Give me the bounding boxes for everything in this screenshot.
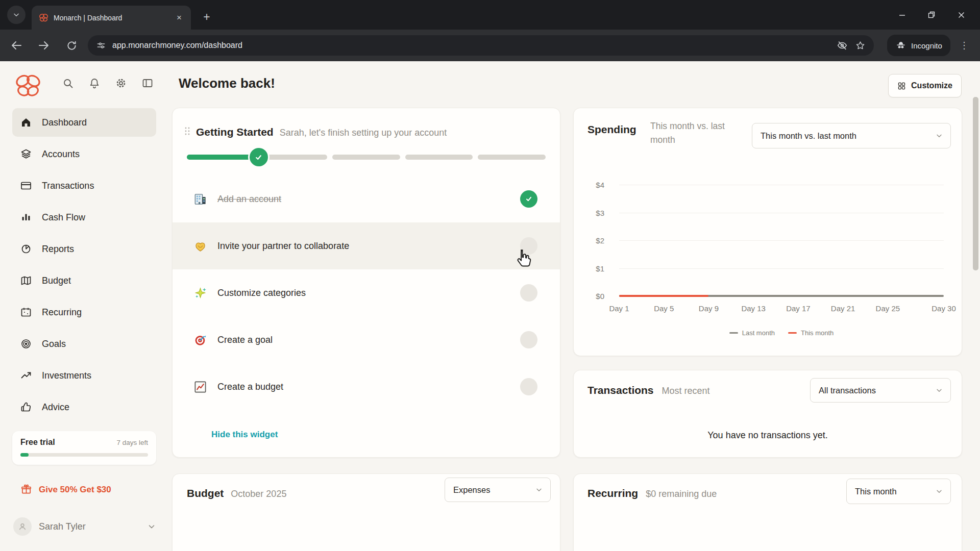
sidebar-item-label: Advice bbox=[42, 402, 69, 413]
chevron-down-icon bbox=[935, 386, 943, 394]
sidebar-item-reports[interactable]: Reports bbox=[12, 235, 156, 263]
sidebar-item-recurring[interactable]: Recurring bbox=[12, 298, 156, 327]
chevron-down-icon bbox=[935, 487, 943, 495]
checklist-status-todo[interactable] bbox=[520, 284, 537, 302]
progress-segment bbox=[478, 155, 546, 160]
widget-title: Transactions bbox=[587, 384, 654, 396]
eye-off-icon bbox=[837, 40, 848, 51]
search-icon bbox=[62, 77, 74, 89]
widget-title: Spending bbox=[587, 123, 636, 136]
x-tick-label: Day 5 bbox=[654, 304, 674, 313]
sidebar-item-budget[interactable]: Budget bbox=[12, 266, 156, 295]
address-bar[interactable]: app.monarchmoney.com/dashboard bbox=[88, 35, 874, 56]
checklist-item-invite-partner[interactable]: Invite your partner to collaborate bbox=[173, 222, 560, 269]
sidebar-item-transactions[interactable]: Transactions bbox=[12, 171, 156, 200]
y-tick-label: $0 bbox=[596, 292, 604, 300]
widget-subtitle: October 2025 bbox=[231, 489, 286, 499]
chevron-down-icon bbox=[535, 486, 543, 494]
transactions-filter-select[interactable]: All transactions bbox=[810, 378, 951, 403]
page-title: Welcome back! bbox=[179, 76, 275, 91]
collapse-sidebar-button[interactable] bbox=[141, 77, 154, 90]
gift-icon bbox=[20, 484, 32, 495]
y-tick-label: $2 bbox=[596, 236, 604, 245]
reload-button[interactable] bbox=[60, 34, 83, 57]
restore-button[interactable] bbox=[917, 0, 946, 30]
checklist-item-add-account[interactable]: Add an account bbox=[173, 176, 560, 222]
search-button[interactable] bbox=[61, 77, 75, 90]
tab-search-button[interactable] bbox=[7, 6, 26, 24]
sidebar-item-label: Cash Flow bbox=[42, 212, 85, 223]
legend-item: This month bbox=[788, 329, 834, 337]
customize-button[interactable]: Customize bbox=[888, 74, 962, 97]
user-name: Sarah Tyler bbox=[39, 521, 147, 532]
forward-button[interactable] bbox=[33, 34, 55, 57]
monarch-logo-icon[interactable] bbox=[14, 73, 42, 99]
sidebar-item-investments[interactable]: Investments bbox=[12, 361, 156, 390]
widget-subtitle: $0 remaining due bbox=[646, 489, 717, 499]
free-trial-progress-fill bbox=[20, 453, 29, 457]
spending-chart bbox=[619, 185, 944, 296]
drag-handle-icon[interactable] bbox=[184, 126, 191, 137]
checklist-status-todo[interactable] bbox=[520, 378, 537, 395]
minimize-button[interactable] bbox=[887, 0, 917, 30]
incognito-icon bbox=[895, 40, 906, 51]
page-scrollbar-thumb[interactable] bbox=[973, 97, 978, 270]
widget-subtitle: This month vs. last month bbox=[650, 119, 731, 147]
widget-subtitle: Most recent bbox=[662, 386, 710, 396]
checklist-status-done[interactable] bbox=[520, 190, 537, 208]
settings-button[interactable] bbox=[114, 77, 128, 90]
x-tick-label: Day 13 bbox=[741, 304, 766, 313]
window-controls bbox=[887, 0, 976, 30]
password-hidden-button[interactable] bbox=[837, 40, 848, 51]
referral-link[interactable]: Give 50% Get $30 bbox=[20, 484, 111, 495]
checklist-label: Customize categories bbox=[217, 288, 520, 298]
sidebar-item-dashboard[interactable]: Dashboard bbox=[12, 108, 156, 137]
panel-icon bbox=[141, 77, 154, 89]
sidebar-item-label: Budget bbox=[42, 276, 71, 286]
chart-x-axis: Day 1Day 5Day 9Day 13Day 17Day 21Day 25D… bbox=[619, 304, 944, 314]
legend-item: Last month bbox=[729, 329, 775, 337]
checklist-item-create-budget[interactable]: Create a budget bbox=[173, 363, 560, 410]
hide-widget-link[interactable]: Hide this widget bbox=[211, 430, 278, 440]
recurring-period-select[interactable]: This month bbox=[846, 479, 951, 504]
notifications-button[interactable] bbox=[88, 77, 101, 90]
checklist-item-create-goal[interactable]: Create a goal bbox=[173, 316, 560, 363]
minimize-icon bbox=[899, 12, 905, 18]
restore-icon bbox=[928, 11, 935, 18]
new-tab-button[interactable]: + bbox=[198, 8, 215, 26]
incognito-badge: Incognito bbox=[887, 35, 950, 56]
series-line-this-month bbox=[619, 295, 708, 297]
chart-gridline bbox=[619, 213, 944, 213]
checklist-status-todo[interactable] bbox=[520, 331, 537, 348]
setup-progress-bar bbox=[187, 155, 546, 160]
cursor-pointer-icon bbox=[514, 249, 533, 269]
recurring-period-value: This month bbox=[855, 487, 897, 496]
hands-icon bbox=[193, 239, 207, 253]
star-icon bbox=[855, 40, 866, 51]
sidebar-item-goals[interactable]: Goals bbox=[12, 330, 156, 358]
checklist-label: Create a goal bbox=[217, 335, 520, 345]
spending-period-select[interactable]: This month vs. last month bbox=[752, 123, 951, 148]
sidebar-item-accounts[interactable]: Accounts bbox=[12, 140, 156, 168]
sidebar-item-cash-flow[interactable]: Cash Flow bbox=[12, 203, 156, 232]
x-tick-label: Day 17 bbox=[786, 304, 811, 313]
x-tick-label: Day 21 bbox=[831, 304, 855, 313]
browser-tab[interactable]: Monarch | Dashboard × bbox=[32, 6, 191, 30]
close-window-button[interactable] bbox=[946, 0, 976, 30]
person-icon bbox=[17, 521, 28, 532]
bookmark-button[interactable] bbox=[855, 40, 866, 51]
budget-type-select[interactable]: Expenses bbox=[445, 478, 551, 502]
browser-menu-button[interactable]: ⋮ bbox=[957, 38, 972, 53]
target-rings-icon bbox=[19, 337, 33, 350]
user-menu[interactable]: Sarah Tyler bbox=[13, 517, 156, 536]
tab-close-icon[interactable]: × bbox=[174, 12, 185, 23]
checklist-item-customize-categories[interactable]: Customize categories bbox=[173, 269, 560, 316]
sidebar-item-advice[interactable]: Advice bbox=[12, 393, 156, 421]
back-button[interactable] bbox=[5, 34, 28, 57]
legend-label: This month bbox=[801, 329, 834, 337]
map-icon bbox=[19, 274, 33, 287]
chart-gridline bbox=[619, 268, 944, 269]
checklist-label: Add an account bbox=[217, 194, 520, 205]
sidebar-item-label: Transactions bbox=[42, 181, 94, 191]
chart-legend: Last monthThis month bbox=[619, 329, 944, 337]
